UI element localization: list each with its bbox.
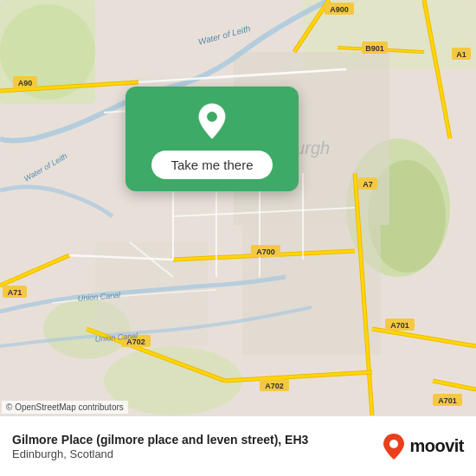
moovit-logo: moovit bbox=[382, 433, 464, 460]
svg-point-70 bbox=[389, 440, 398, 448]
osm-attribution: © OpenStreetMap contributors bbox=[2, 401, 128, 414]
svg-text:A701: A701 bbox=[438, 396, 457, 405]
svg-text:A90: A90 bbox=[18, 79, 33, 87]
svg-text:A702: A702 bbox=[265, 382, 284, 390]
take-me-there-button[interactable]: Take me there bbox=[151, 151, 272, 179]
location-pin-icon bbox=[193, 102, 231, 140]
svg-text:B901: B901 bbox=[365, 44, 384, 53]
location-subtitle: Edinburgh, Scotland bbox=[12, 447, 373, 460]
svg-text:A701: A701 bbox=[390, 321, 409, 330]
map-container: A90 A900 A1 A71 A7 A700 A702 A702 A701 A… bbox=[0, 0, 476, 415]
moovit-pin-icon bbox=[382, 433, 406, 460]
map-svg: A90 A900 A1 A71 A7 A700 A702 A702 A701 A… bbox=[0, 0, 476, 415]
bottom-bar: Gilmore Place (gilmore place and leven s… bbox=[0, 415, 476, 476]
location-title: Gilmore Place (gilmore place and leven s… bbox=[12, 432, 373, 447]
svg-text:A700: A700 bbox=[256, 248, 275, 256]
svg-text:A7: A7 bbox=[363, 180, 373, 189]
location-card: Take me there bbox=[125, 87, 299, 191]
svg-text:A71: A71 bbox=[8, 288, 23, 297]
svg-text:A1: A1 bbox=[456, 50, 466, 59]
svg-point-69 bbox=[207, 112, 217, 122]
svg-text:A900: A900 bbox=[330, 5, 349, 14]
location-info: Gilmore Place (gilmore place and leven s… bbox=[12, 432, 373, 460]
moovit-brand-text: moovit bbox=[409, 436, 464, 456]
